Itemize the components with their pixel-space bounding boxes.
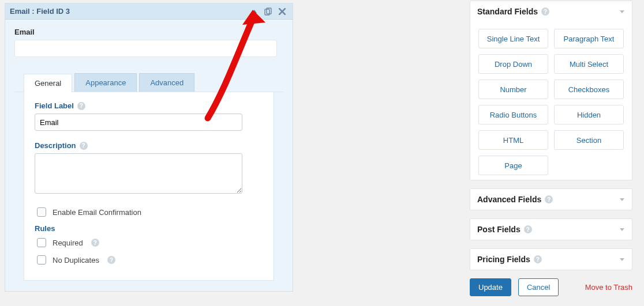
panel-header: Email : Field ID 3 (5, 3, 293, 20)
field-settings-panel: Email : Field ID 3 Email General Appeara… (5, 3, 293, 292)
cancel-button[interactable]: Cancel (518, 278, 559, 296)
svg-marker-0 (252, 10, 257, 13)
section-header-post[interactable]: Post Fields ? (470, 219, 632, 240)
section-pricing-fields: Pricing Fields ? (470, 248, 632, 270)
collapse-icon[interactable] (249, 6, 260, 17)
field-paragraph-text[interactable]: Paragraph Text (554, 29, 624, 48)
help-icon[interactable]: ? (77, 102, 85, 110)
no-duplicates-label: No Duplicates (53, 256, 99, 265)
field-section[interactable]: Section (554, 130, 624, 150)
help-icon[interactable]: ? (545, 195, 553, 203)
tab-bar: General Appearance Advanced (14, 73, 283, 92)
duplicate-icon[interactable] (263, 6, 274, 17)
update-button[interactable]: Update (470, 278, 511, 296)
no-duplicates-row: No Duplicates ? (35, 254, 263, 266)
section-header-standard[interactable]: Standard Fields ? (470, 1, 632, 22)
rules-heading-text: Rules (35, 224, 55, 233)
section-post-fields: Post Fields ? (470, 218, 632, 240)
section-header-pricing[interactable]: Pricing Fields ? (470, 249, 632, 270)
description-heading: Description ? (35, 141, 263, 150)
required-label: Required (53, 239, 83, 247)
help-icon[interactable]: ? (91, 239, 99, 247)
help-icon[interactable]: ? (534, 255, 542, 263)
preview-input[interactable] (14, 40, 277, 57)
no-duplicates-checkbox[interactable] (37, 255, 46, 265)
rules-heading: Rules (35, 224, 263, 233)
field-drop-down[interactable]: Drop Down (478, 54, 548, 74)
chevron-down-icon (619, 255, 625, 264)
svg-marker-5 (620, 10, 624, 13)
svg-marker-6 (620, 198, 624, 201)
chevron-down-icon (619, 225, 625, 234)
description-textarea[interactable] (35, 153, 242, 194)
form-actions: Update Cancel Move to Trash (470, 278, 632, 296)
help-icon[interactable]: ? (80, 142, 88, 150)
field-checkboxes[interactable]: Checkboxes (554, 80, 624, 99)
section-title: Post Fields (477, 225, 521, 234)
move-to-trash-link[interactable]: Move to Trash (585, 283, 632, 292)
tab-appearance[interactable]: Appearance (74, 73, 137, 92)
field-picker-column: Standard Fields ? Single Line Text Parag… (470, 1, 632, 296)
field-label-input[interactable] (35, 114, 242, 131)
help-icon[interactable]: ? (541, 7, 549, 16)
section-title: Pricing Fields (477, 255, 530, 264)
field-radio-buttons[interactable]: Radio Buttons (478, 105, 548, 124)
section-title: Standard Fields (477, 7, 538, 16)
enable-confirmation-checkbox[interactable] (37, 207, 46, 217)
section-advanced-fields: Advanced Fields ? (470, 188, 632, 210)
enable-confirmation-label: Enable Email Confirmation (53, 208, 141, 217)
description-label-text: Description (35, 141, 76, 150)
field-label-heading: Field Label ? (35, 101, 263, 110)
svg-marker-7 (620, 228, 624, 231)
tab-content-general: Field Label ? Description ? Enable Email… (24, 92, 274, 281)
svg-marker-8 (620, 258, 624, 261)
field-multi-select[interactable]: Multi Select (554, 54, 624, 74)
field-hidden[interactable]: Hidden (554, 105, 624, 124)
help-icon[interactable]: ? (107, 256, 115, 264)
section-standard-fields: Standard Fields ? Single Line Text Parag… (470, 1, 632, 180)
section-title: Advanced Fields (477, 195, 541, 204)
required-checkbox[interactable] (37, 238, 46, 247)
field-page[interactable]: Page (478, 156, 548, 175)
preview-label: Email (14, 28, 283, 36)
enable-confirmation-row: Enable Email Confirmation (35, 206, 263, 218)
tab-advanced[interactable]: Advanced (139, 73, 194, 92)
field-html[interactable]: HTML (478, 130, 548, 150)
chevron-down-icon (619, 7, 625, 16)
help-icon[interactable]: ? (524, 225, 532, 233)
chevron-down-icon (619, 195, 625, 204)
tab-general[interactable]: General (24, 74, 72, 92)
standard-fields-grid: Single Line Text Paragraph Text Drop Dow… (470, 22, 632, 180)
close-icon[interactable] (276, 6, 288, 17)
field-number[interactable]: Number (478, 80, 548, 99)
field-label-text: Field Label (35, 101, 74, 110)
required-row: Required ? (35, 236, 263, 249)
panel-title: Email : Field ID 3 (10, 7, 246, 16)
field-single-line-text[interactable]: Single Line Text (478, 29, 548, 48)
section-header-advanced[interactable]: Advanced Fields ? (470, 189, 632, 210)
